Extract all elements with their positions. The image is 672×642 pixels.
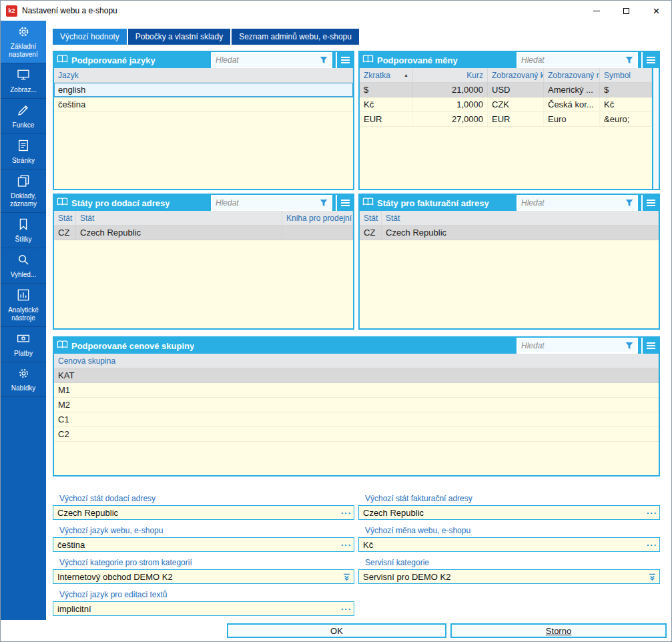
table-row[interactable]: C2: [54, 427, 659, 442]
table-cell[interactable]: 27,0000: [413, 112, 488, 126]
table-cell[interactable]: Kč: [600, 97, 652, 111]
tree-select-button[interactable]: [645, 570, 659, 583]
search-input[interactable]: Hledat: [517, 52, 638, 68]
column-header[interactable]: Symbol: [600, 68, 652, 82]
column-header[interactable]: Zkratka: [360, 68, 413, 82]
table-cell[interactable]: Czech Republic: [382, 226, 659, 240]
table-cell[interactable]: CZK: [488, 97, 544, 111]
invoice-state-input[interactable]: Czech Republic ···: [358, 505, 660, 520]
table-cell[interactable]: KAT: [54, 368, 659, 382]
filter-icon[interactable]: [625, 342, 633, 350]
ellipsis-button[interactable]: ···: [645, 538, 659, 551]
ellipsis-button[interactable]: ···: [339, 506, 354, 519]
table-cell[interactable]: C2: [54, 427, 659, 441]
search-input[interactable]: Hledat: [211, 195, 332, 211]
panel-menu-button[interactable]: [336, 195, 353, 211]
table-cell[interactable]: Česká kor...: [544, 97, 600, 111]
table-cell[interactable]: Kč: [360, 97, 413, 111]
sidebar-item-analyticke-nastroje[interactable]: Analytické nástroje: [1, 284, 46, 327]
table-row[interactable]: M1: [54, 383, 659, 398]
table-cell[interactable]: $: [600, 83, 652, 97]
maximize-button[interactable]: [611, 1, 641, 21]
tab-vychozi-hodnoty[interactable]: Výchozí hodnoty: [53, 29, 127, 45]
panel-menu-button[interactable]: [641, 52, 659, 68]
table-row[interactable]: english: [54, 83, 353, 97]
column-header[interactable]: Stát: [76, 211, 282, 225]
minimize-button[interactable]: [581, 1, 611, 21]
table-cell[interactable]: Euro: [544, 112, 600, 126]
sidebar-item-nabidky[interactable]: Nabídky: [1, 362, 46, 397]
delivery-state-input[interactable]: Czech Republic ···: [53, 505, 354, 520]
table-row[interactable]: C1: [54, 412, 659, 427]
ellipsis-button[interactable]: ···: [339, 538, 354, 551]
vertical-scrollbar[interactable]: [652, 68, 659, 189]
service-category-input[interactable]: Servisní pro DEMO K2: [358, 569, 660, 584]
table-cell[interactable]: $: [360, 83, 413, 97]
category-tree-input[interactable]: Internetový obchod DEMO K2: [53, 569, 354, 584]
ellipsis-button[interactable]: ···: [339, 602, 354, 615]
sidebar-item-vyhledavani[interactable]: Vyhled...: [1, 248, 46, 284]
column-header[interactable]: Kniha pro prodejní: [282, 211, 353, 225]
column-header[interactable]: Stát: [382, 211, 659, 225]
sidebar-item-stitky[interactable]: Štítky: [1, 213, 46, 248]
table-row[interactable]: CZCzech Republic: [360, 226, 659, 240]
table-cell[interactable]: CZ: [360, 226, 382, 240]
column-header[interactable]: Zobrazovaný n: [544, 68, 600, 82]
table-cell[interactable]: EUR: [488, 112, 544, 126]
column-header[interactable]: Jazyk: [54, 68, 353, 82]
tree-select-button[interactable]: [339, 570, 354, 583]
table-row[interactable]: M2: [54, 398, 659, 412]
table-cell[interactable]: C1: [54, 412, 659, 426]
tab-seznam-adminu[interactable]: Seznam adminů webu, e-shopu: [232, 29, 359, 45]
column-header[interactable]: Stát: [360, 211, 382, 225]
table-cell[interactable]: Czech Republic: [76, 226, 282, 240]
filter-icon[interactable]: [320, 199, 328, 207]
ok-button[interactable]: OK: [227, 623, 446, 638]
sidebar-item-label: Stránky: [12, 157, 35, 165]
table-cell[interactable]: &euro;: [600, 112, 652, 126]
table-cell[interactable]: [282, 226, 353, 240]
default-currency-input[interactable]: Kč ···: [358, 537, 660, 552]
table-row[interactable]: CZCzech Republic: [54, 226, 353, 240]
storno-button[interactable]: Storno: [450, 623, 667, 638]
column-header[interactable]: Stát: [54, 211, 76, 225]
filter-icon[interactable]: [320, 56, 328, 64]
table-row[interactable]: Kč1,0000CZKČeská kor...Kč: [360, 97, 652, 112]
column-header[interactable]: Kurz: [413, 68, 488, 82]
table-cell[interactable]: 1,0000: [413, 97, 488, 111]
table-cell[interactable]: 21,0000: [413, 83, 488, 97]
close-button[interactable]: ×: [641, 1, 671, 21]
table-cell[interactable]: EUR: [360, 112, 413, 126]
sidebar-item-zobrazeni[interactable]: Zobraz...: [1, 63, 46, 99]
column-header[interactable]: Zobrazovaný k: [488, 68, 544, 82]
sidebar-item-zakladni-nastaveni[interactable]: Základní nastavení: [1, 21, 46, 63]
table-row[interactable]: KAT: [54, 368, 659, 383]
filter-icon[interactable]: [625, 56, 633, 64]
sidebar-item-funkce[interactable]: Funkce: [1, 99, 46, 134]
default-language-input[interactable]: čeština ···: [53, 537, 354, 552]
table-row[interactable]: $21,0000USDAmerický ...$: [360, 83, 652, 97]
edit-language-input[interactable]: implicitní ···: [53, 601, 354, 616]
sidebar-item-stranky[interactable]: Stránky: [1, 134, 46, 170]
filter-icon[interactable]: [625, 199, 633, 207]
table-row[interactable]: EUR27,0000EUREuro&euro;: [360, 112, 652, 127]
column-header[interactable]: Cenová skupina: [54, 354, 659, 368]
tab-pobocky-a-sklady[interactable]: Pobočky a vlastní sklady: [128, 29, 230, 45]
table-cell[interactable]: M2: [54, 398, 659, 412]
ellipsis-button[interactable]: ···: [645, 506, 659, 519]
search-input[interactable]: Hledat: [517, 195, 638, 211]
panel-menu-button[interactable]: [641, 195, 659, 211]
search-input[interactable]: Hledat: [517, 338, 638, 354]
table-cell[interactable]: čeština: [54, 97, 353, 111]
panel-menu-button[interactable]: [641, 338, 659, 354]
sidebar-item-platby[interactable]: Platby: [1, 327, 46, 362]
sidebar-item-doklady-zaznamy[interactable]: Doklady, záznamy: [1, 170, 46, 213]
search-input[interactable]: Hledat: [211, 52, 332, 68]
table-cell[interactable]: USD: [488, 83, 544, 97]
panel-menu-button[interactable]: [336, 52, 353, 68]
table-cell[interactable]: M1: [54, 383, 659, 397]
table-row[interactable]: čeština: [54, 97, 353, 112]
table-cell[interactable]: CZ: [54, 226, 76, 240]
table-cell[interactable]: Americký ...: [544, 83, 600, 97]
table-cell[interactable]: english: [54, 83, 353, 97]
